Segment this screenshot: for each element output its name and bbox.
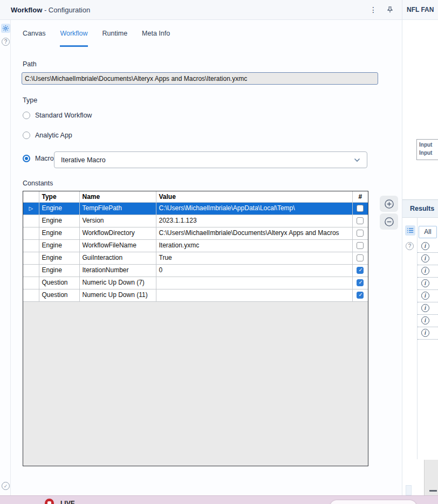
panel-title-bold: Workflow xyxy=(11,6,42,14)
radio-option-analytic-app[interactable]: Analytic App xyxy=(23,132,72,139)
tab-workflow[interactable]: Workflow xyxy=(60,30,87,47)
more-options-icon[interactable]: ⋮ xyxy=(368,4,378,15)
row-selector-cell[interactable] xyxy=(23,252,39,264)
macro-type-dropdown-value: Iterative Macro xyxy=(61,156,354,164)
canvas-tab-label: NFL FAN xyxy=(407,6,434,13)
annotation-line: Input xyxy=(419,141,438,149)
constants-header-row: TypeNameValue# xyxy=(23,191,368,202)
results-message-row[interactable]: i xyxy=(418,253,438,265)
row-selector-cell[interactable] xyxy=(23,215,39,227)
workflow-canvas[interactable]: Input Input xyxy=(402,20,438,199)
canvas-tab[interactable]: NFL FAN xyxy=(402,0,438,20)
gear-icon[interactable] xyxy=(1,24,10,33)
constant-value-cell: True xyxy=(156,252,352,264)
constants-row[interactable]: EngineGuiInteractionTrue xyxy=(23,252,368,264)
constant-type-cell: Engine xyxy=(39,239,79,252)
macro-type-dropdown[interactable]: Iterative Macro xyxy=(54,151,367,168)
tool-annotation-box[interactable]: Input Input xyxy=(416,139,438,160)
constants-row[interactable]: EngineWorkflowFileNameIteration.yxmc xyxy=(23,239,368,252)
checkbox-unchecked-icon[interactable] xyxy=(357,205,364,212)
row-selector-cell[interactable] xyxy=(23,264,39,277)
add-constant-button[interactable] xyxy=(380,196,398,212)
config-content: CanvasWorkflowRuntimeMeta Info Path Type… xyxy=(11,20,402,495)
row-selector-cell[interactable]: ▷ xyxy=(23,202,39,215)
filter-all-button[interactable]: All xyxy=(419,226,437,238)
constant-flag-cell xyxy=(352,289,368,301)
results-help-icon[interactable]: ? xyxy=(406,242,414,250)
constant-value-cell: 2023.1.1.123 xyxy=(156,215,352,227)
constants-column-header: # xyxy=(352,191,368,202)
checkbox-unchecked-icon[interactable] xyxy=(357,254,364,261)
constant-type-cell: Engine xyxy=(39,227,79,239)
checkbox-checked-icon[interactable] xyxy=(357,292,364,299)
constant-value-cell: C:\Users\MichaelImbriale\Documents\Alter… xyxy=(156,227,352,239)
results-message-row[interactable]: i xyxy=(418,327,438,340)
row-selector-cell[interactable] xyxy=(23,277,39,289)
minimize-dash-icon[interactable] xyxy=(429,490,437,492)
radio-option-macro[interactable]: Macro xyxy=(23,155,54,162)
results-message-row[interactable]: i xyxy=(418,290,438,302)
results-message-row[interactable]: i xyxy=(418,278,438,290)
help-icon[interactable]: ? xyxy=(2,38,10,46)
list-icon-glyph xyxy=(407,227,414,234)
constant-name-cell: Numeric Up Down (7) xyxy=(79,277,156,289)
checkbox-unchecked-icon[interactable] xyxy=(357,217,364,224)
tab-canvas[interactable]: Canvas xyxy=(23,30,45,47)
constant-value-cell: Iteration.yxmc xyxy=(156,239,352,252)
constant-value-cell xyxy=(156,277,352,289)
constant-name-cell: WorkflowFileName xyxy=(79,239,156,252)
checkbox-checked-icon[interactable] xyxy=(357,279,364,286)
constant-flag-cell xyxy=(352,227,368,239)
constants-table[interactable]: TypeNameValue# ▷EngineTempFilePathC:\Use… xyxy=(23,191,368,302)
live-label: LIVE xyxy=(60,500,75,504)
constants-row[interactable]: ▷EngineTempFilePathC:\Users\MichaelImbri… xyxy=(23,202,368,215)
constant-flag-cell xyxy=(352,239,368,252)
results-message-row[interactable]: i xyxy=(418,265,438,278)
pin-icon[interactable] xyxy=(385,4,395,15)
constant-type-cell: Engine xyxy=(39,252,79,264)
row-selector-cell[interactable] xyxy=(23,239,39,252)
tab-runtime[interactable]: Runtime xyxy=(102,30,128,47)
path-input[interactable] xyxy=(22,72,378,85)
constants-column-header: Type xyxy=(39,191,79,202)
panel-title-rest: - Configuration xyxy=(42,6,90,14)
pin-icon-glyph xyxy=(386,6,394,13)
results-message-row[interactable]: i xyxy=(418,315,438,327)
constant-name-cell: Version xyxy=(79,215,156,227)
results-message-row[interactable]: i xyxy=(418,302,438,315)
remove-constant-button[interactable] xyxy=(380,213,398,230)
checkbox-unchecked-icon[interactable] xyxy=(357,242,364,249)
tab-meta-info[interactable]: Meta Info xyxy=(142,30,170,47)
constant-type-cell: Engine xyxy=(39,202,79,215)
checkbox-unchecked-icon[interactable] xyxy=(357,230,364,237)
checkbox-checked-icon[interactable] xyxy=(357,267,364,274)
popup-top-edge[interactable] xyxy=(330,500,416,504)
live-badge-icon[interactable] xyxy=(45,499,54,504)
constant-name-cell: GuiInteraction xyxy=(79,252,156,264)
check-circle-icon[interactable]: ✓ xyxy=(2,482,10,490)
constant-name-cell: IterationNumber xyxy=(79,264,156,277)
constant-value-cell: C:\Users\MichaelImbriale\AppData\Local\T… xyxy=(156,202,352,215)
gear-icon-glyph xyxy=(2,25,9,32)
constant-name-cell: Numeric Up Down (11) xyxy=(79,289,156,301)
info-icon: i xyxy=(421,316,429,325)
constants-row[interactable]: EngineWorkflowDirectoryC:\Users\MichaelI… xyxy=(23,227,368,239)
row-selector-cell[interactable] xyxy=(23,289,39,301)
results-header: Results xyxy=(402,199,438,218)
constants-row[interactable]: QuestionNumeric Up Down (11) xyxy=(23,289,368,301)
constants-row[interactable]: QuestionNumeric Up Down (7) xyxy=(23,277,368,289)
results-message-row[interactable]: i xyxy=(418,240,438,253)
scrollbar-stub[interactable] xyxy=(406,485,412,495)
radio-option-standard-workflow[interactable]: Standard Workflow xyxy=(23,112,92,119)
constant-value-cell: 0 xyxy=(156,264,352,277)
constant-type-cell: Engine xyxy=(39,264,79,277)
info-icon: i xyxy=(421,304,429,312)
row-selector-cell[interactable] xyxy=(23,227,39,239)
constants-row[interactable]: EngineVersion2023.1.1.123 xyxy=(23,215,368,227)
constants-label: Constants xyxy=(23,179,53,187)
app-root: Workflow - Configuration ⋮ ? ✓ CanvasWor… xyxy=(0,0,438,504)
radio-icon xyxy=(23,132,30,139)
constants-row[interactable]: EngineIterationNumber0 xyxy=(23,264,368,277)
path-label: Path xyxy=(23,60,37,68)
message-list-icon[interactable] xyxy=(405,225,415,236)
